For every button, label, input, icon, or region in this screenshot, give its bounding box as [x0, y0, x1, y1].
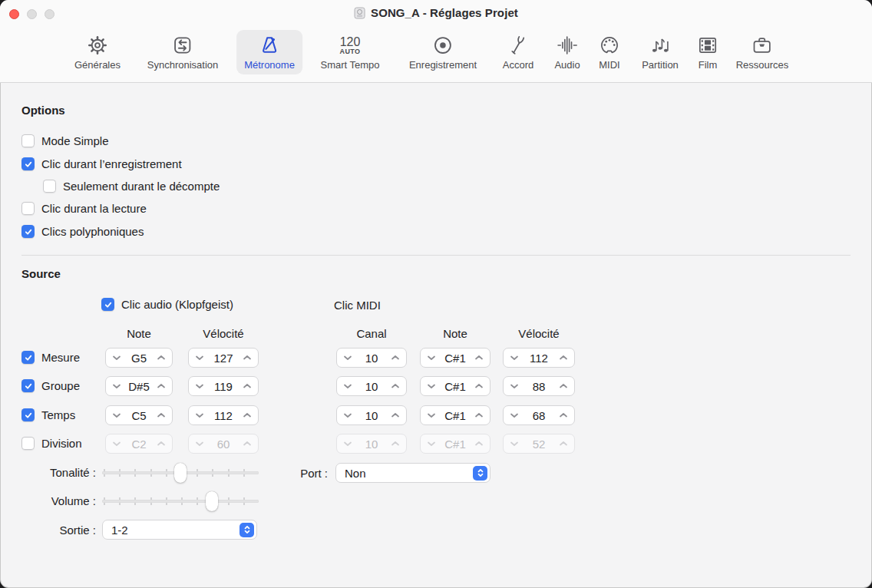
division-midi-note-stepper: C#1 — [420, 434, 490, 454]
temps-midi-note-stepper[interactable]: C#1 — [420, 405, 490, 425]
stepper-up-icon[interactable] — [559, 355, 568, 361]
groupe-velocity-stepper[interactable]: 119 — [188, 376, 259, 396]
groupe-midi-velocity-stepper[interactable]: 88 — [503, 376, 575, 396]
tab-partition[interactable]: Partition — [634, 30, 686, 74]
source-heading: Source — [21, 267, 61, 280]
temps-midi-velocity-stepper[interactable]: 68 — [503, 405, 575, 425]
stepper-up-icon[interactable] — [157, 355, 166, 361]
stepper-down-icon[interactable] — [112, 355, 121, 361]
temps-note-stepper[interactable]: C5 — [105, 405, 173, 425]
checkbox-click-during-playback[interactable]: Clic durant la lecture — [21, 202, 147, 215]
stepper-up-icon[interactable] — [391, 412, 400, 418]
temps-midi-channel-stepper[interactable]: 10 — [336, 405, 407, 425]
stepper-down-icon — [343, 441, 352, 447]
stepper-down-icon[interactable] — [427, 412, 436, 418]
checkbox-only-during-count-in[interactable]: Seulement durant le décompte — [43, 180, 220, 193]
stepper-down-icon[interactable] — [510, 355, 519, 361]
close-button[interactable] — [9, 9, 19, 19]
division-note-stepper: C2 — [105, 434, 173, 454]
mesure-midi-channel-stepper[interactable]: 10 — [336, 348, 407, 368]
film-icon — [696, 32, 719, 58]
groupe-note-stepper[interactable]: D#5 — [105, 376, 173, 396]
zoom-button[interactable] — [45, 9, 54, 19]
stepper-down-icon[interactable] — [343, 355, 352, 361]
tab-enregistrement[interactable]: Enregistrement — [401, 30, 484, 74]
tab-smart-tempo[interactable]: 120 AUTO Smart Tempo — [312, 30, 387, 74]
stepper-down-icon[interactable] — [112, 412, 121, 418]
section-divider — [21, 255, 851, 256]
stepper-value: 119 — [214, 380, 233, 393]
stepper-up-icon[interactable] — [243, 355, 252, 361]
minimize-button[interactable] — [27, 9, 37, 19]
checkbox-box — [21, 437, 35, 450]
stepper-up-icon[interactable] — [474, 355, 484, 361]
checkbox-mesure[interactable]: Mesure — [21, 351, 80, 364]
checkbox-temps[interactable]: Temps — [21, 408, 75, 421]
stepper-down-icon[interactable] — [427, 355, 436, 361]
stepper-down-icon[interactable] — [510, 383, 519, 389]
tab-label: Ressources — [736, 59, 789, 71]
stepper-value: 10 — [365, 409, 378, 422]
port-label: Port : — [253, 467, 328, 480]
stepper-down-icon[interactable] — [195, 383, 204, 389]
stepper-down-icon[interactable] — [112, 383, 121, 389]
stepper-up-icon[interactable] — [559, 383, 568, 389]
mesure-note-stepper[interactable]: G5 — [105, 348, 173, 368]
column-header-midi-velocity: Vélocité — [518, 327, 559, 340]
stepper-down-icon[interactable] — [195, 355, 204, 361]
checkbox-polyphonic-clicks[interactable]: Clics polyphoniques — [21, 225, 144, 238]
stepper-up-icon[interactable] — [559, 412, 568, 418]
tab-synchronisation[interactable]: Synchronisation — [140, 30, 226, 74]
slider-track — [102, 500, 259, 503]
stepper-up-icon[interactable] — [243, 412, 252, 418]
stepper-down-icon[interactable] — [343, 383, 352, 389]
output-popup[interactable]: 1-2 — [102, 520, 257, 540]
stepper-down-icon[interactable] — [510, 412, 519, 418]
tonality-slider-thumb[interactable] — [174, 463, 187, 483]
stepper-down-icon[interactable] — [343, 412, 352, 418]
stepper-value: 112 — [530, 352, 548, 365]
groupe-midi-note-stepper[interactable]: C#1 — [420, 376, 490, 396]
stepper-down-icon[interactable] — [427, 383, 436, 389]
tab-midi[interactable]: MIDI — [590, 30, 629, 74]
stepper-up-icon[interactable] — [157, 383, 166, 389]
stepper-up-icon[interactable] — [391, 355, 400, 361]
checkbox-audio-click[interactable]: Clic audio (Klopfgeist) — [101, 298, 233, 311]
division-velocity-stepper: 60 — [188, 434, 259, 454]
checkbox-box — [21, 408, 35, 421]
checkbox-box — [43, 180, 56, 193]
stepper-up-icon[interactable] — [243, 383, 252, 389]
checkbox-box — [101, 298, 114, 311]
tonality-slider[interactable] — [102, 463, 259, 483]
project-settings-window: SONG_A - Réglages Projet Générales — [0, 0, 872, 588]
stepper-up-icon[interactable] — [474, 383, 484, 389]
tab-film[interactable]: Film — [689, 30, 727, 74]
checkbox-click-during-recording[interactable]: Clic durant l’enregistrement — [21, 157, 182, 170]
stepper-up-icon[interactable] — [157, 412, 166, 418]
port-popup[interactable]: Non — [335, 463, 490, 483]
volume-slider[interactable] — [102, 491, 259, 511]
tab-ressources[interactable]: Ressources — [728, 30, 797, 74]
stepper-down-icon[interactable] — [195, 412, 204, 418]
stepper-up-icon[interactable] — [474, 412, 484, 418]
tab-audio[interactable]: Audio — [547, 30, 587, 74]
tab-metronome[interactable]: Métronome — [236, 30, 302, 74]
tab-accord[interactable]: Accord — [495, 30, 541, 74]
tab-generales[interactable]: Générales — [67, 30, 128, 74]
checkbox-mode-simple[interactable]: Mode Simple — [21, 134, 109, 147]
tab-label: Audio — [554, 59, 580, 71]
mesure-midi-velocity-stepper[interactable]: 112 — [503, 348, 575, 368]
temps-velocity-stepper[interactable]: 112 — [188, 405, 259, 425]
groupe-midi-channel-stepper[interactable]: 10 — [336, 376, 407, 396]
mesure-midi-note-stepper[interactable]: C#1 — [420, 348, 490, 368]
checkbox-groupe[interactable]: Groupe — [21, 379, 80, 392]
checkbox-box — [21, 379, 35, 392]
tab-label: Accord — [503, 59, 533, 71]
sync-icon — [171, 32, 194, 58]
stepper-up-icon[interactable] — [391, 383, 400, 389]
mesure-velocity-stepper[interactable]: 127 — [188, 348, 259, 368]
popup-value: 1-2 — [111, 524, 239, 537]
volume-slider-thumb[interactable] — [206, 491, 218, 511]
checkbox-division[interactable]: Division — [21, 437, 82, 450]
tempo-mode: AUTO — [340, 48, 361, 55]
